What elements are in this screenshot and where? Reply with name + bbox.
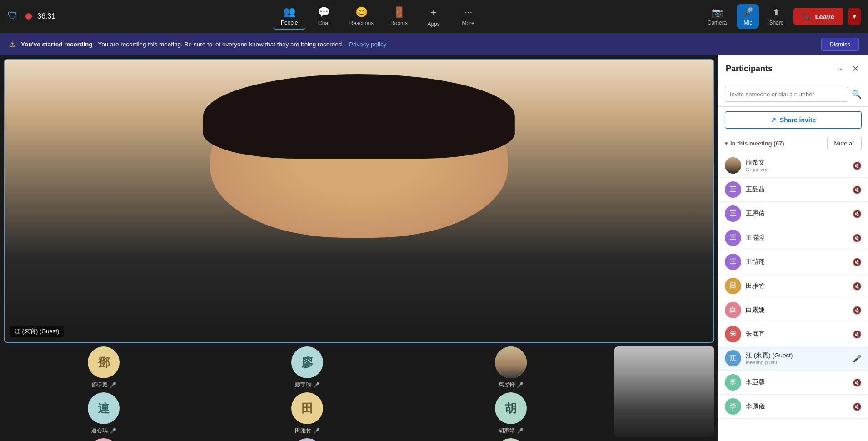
avatar-circle-5: 胡 [495, 392, 527, 424]
participant-list: 龍希文 Organizer 🔇 王 王品茜 🔇 王 王恩佑 🔇 [718, 154, 868, 441]
toolbar-chat-btn[interactable]: 💬 Chat [308, 4, 340, 29]
participant-mic-icon: 🔇 [853, 378, 862, 387]
share-label: Share [769, 20, 783, 26]
camera-btn[interactable]: 📷 Camera [702, 4, 733, 29]
participant-info: 王渵陞 [746, 234, 848, 242]
participant-item[interactable]: 王 王渵陞 🔇 [718, 226, 868, 250]
participant-mic-icon: 🔇 [853, 234, 862, 242]
speaker-silhouette [5, 60, 713, 342]
participant-mic-icon: 🎤 [853, 354, 862, 363]
main-speaker-view: 江 (來賓) (Guest) [4, 59, 714, 343]
mic-indicator-2: 🎤 [517, 382, 524, 388]
meeting-count-row: ▾ In this meeting (67) Mute all [718, 133, 868, 154]
participant-item[interactable]: 王 王愷翔 🔇 [718, 250, 868, 274]
phone-icon: 📞 [803, 12, 811, 20]
avatar-name-0: 鄧伊庭 🎤 [91, 381, 116, 389]
toolbar-more-label: More [462, 20, 474, 26]
participant-info: 江 (來賓) (Guest) Meeting guest [746, 351, 848, 365]
avatar: 李 [725, 374, 741, 391]
participant-mic-icon: 🔇 [853, 306, 862, 315]
more-icon: ··· [464, 6, 472, 18]
avatar-tile-2: 萬旻軒 🎤 [411, 346, 611, 389]
toolbar-people-btn[interactable]: 👥 People [273, 3, 306, 30]
share-invite-button[interactable]: ↗ Share invite [725, 111, 862, 129]
avatar-circle-7: 李 [291, 438, 323, 441]
participant-item[interactable]: 龍希文 Organizer 🔇 [718, 154, 868, 178]
avatar-tile-4: 田 田雅竹 🎤 [207, 392, 407, 435]
participant-item[interactable]: 田 田雅竹 🔇 [718, 274, 868, 298]
avatar-tile-0: 鄧 鄧伊庭 🎤 [4, 346, 204, 389]
panel-title: Participants [726, 64, 773, 74]
avatar: 田 [725, 278, 741, 294]
participant-item[interactable]: 江 江 (來賓) (Guest) Meeting guest 🎤 [718, 346, 868, 371]
participant-item[interactable]: 朱 朱庭宜 🔇 [718, 322, 868, 346]
mic-btn[interactable]: 🎤 Mic [737, 4, 759, 29]
video-area: 江 (來賓) (Guest) 鄧 鄧伊庭 🎤 廖 廖宇瑜 � [0, 55, 718, 441]
camera-icon: 📷 [712, 7, 723, 18]
avatar-tiles-grid: 鄧 鄧伊庭 🎤 廖 廖宇瑜 🎤 [4, 346, 611, 437]
avatar: 白 [725, 302, 741, 318]
reactions-icon: 😊 [355, 6, 368, 18]
avatar: 王 [725, 205, 741, 222]
toolbar-rooms-btn[interactable]: 🚪 Rooms [383, 4, 415, 29]
toolbar-apps-btn[interactable]: ＋ Apps [417, 3, 450, 30]
avatar-circle-4: 田 [291, 392, 323, 424]
mic-indicator-3: 🎤 [110, 428, 116, 434]
share-invite-icon: ↗ [771, 116, 776, 124]
participant-name: 白露婕 [746, 306, 848, 314]
meeting-count-label: In this meeting (67) [730, 140, 784, 147]
search-icon-btn[interactable]: 🔍 [852, 90, 862, 100]
panel-more-btn[interactable]: ··· [835, 62, 846, 75]
rooms-icon: 🚪 [393, 6, 405, 18]
participant-name: 李佩儀 [746, 402, 848, 411]
participant-name: 王恩佑 [746, 210, 848, 218]
avatar: 江 [725, 350, 741, 366]
record-indicator [25, 13, 32, 20]
toolbar-reactions-btn[interactable]: 😊 Reactions [342, 4, 381, 29]
share-invite-label: Share invite [780, 116, 816, 124]
participant-info: 李亞馨 [746, 378, 848, 386]
speaker-name-label: 江 (來賓) (Guest) [10, 326, 64, 337]
avatar-tile-6: 陳 陳昀萱 🎤 [4, 438, 204, 441]
invite-search-input[interactable] [725, 87, 848, 102]
mic-indicator-4: 🎤 [313, 428, 320, 434]
panel-actions: ··· ✕ [835, 62, 861, 75]
main-speaker-video [5, 60, 713, 342]
participant-name: 龍希文 [746, 159, 848, 167]
mic-icon: 🎤 [742, 7, 753, 18]
privacy-policy-link[interactable]: Privacy policy [349, 41, 387, 48]
share-btn[interactable]: ⬆ Share [763, 4, 789, 29]
mute-all-button[interactable]: Mute all [827, 137, 862, 150]
participants-panel: Participants ··· ✕ 🔍 ↗ Share invite ▾ In… [718, 55, 868, 441]
participant-info: 田雅竹 [746, 282, 848, 290]
avatar: 王 [725, 230, 741, 246]
participant-item[interactable]: 白 白露婕 🔇 [718, 298, 868, 322]
avatar-tile-8: 戴 戴立璋 🎤 [411, 438, 611, 441]
chat-icon: 💬 [318, 6, 330, 18]
avatar-circle-1: 廖 [291, 346, 323, 378]
toolbar-apps-label: Apps [427, 21, 439, 27]
dismiss-button[interactable]: Dismiss [821, 38, 859, 51]
participant-item[interactable]: 李 李佩儀 🔇 [718, 395, 868, 419]
panel-close-btn[interactable]: ✕ [850, 62, 861, 75]
participant-item[interactable]: 李 李亞馨 🔇 [718, 371, 868, 395]
avatar-tile-3: 連 連心瑀 🎤 [4, 392, 204, 435]
avatar-name-2: 萬旻軒 🎤 [499, 381, 524, 389]
avatar-circle-6: 陳 [88, 438, 120, 441]
toolbar-reactions-label: Reactions [349, 20, 374, 26]
leave-button[interactable]: 📞 Leave [793, 8, 843, 25]
participant-role: Meeting guest [746, 360, 848, 365]
participant-grid: 鄧 鄧伊庭 🎤 廖 廖宇瑜 🎤 [4, 346, 714, 437]
secondary-video [614, 346, 714, 437]
participant-item[interactable]: 王 王品茜 🔇 [718, 178, 868, 202]
avatar [725, 157, 741, 174]
participant-info: 王愷翔 [746, 258, 848, 266]
toolbar-chat-label: Chat [318, 20, 329, 26]
participant-item[interactable]: 王 王恩佑 🔇 [718, 202, 868, 226]
participant-name: 王品茜 [746, 185, 848, 194]
avatar-tile-1: 廖 廖宇瑜 🎤 [207, 346, 407, 389]
leave-caret-button[interactable]: ▾ [848, 8, 861, 25]
meeting-timer: 36:31 [37, 12, 55, 20]
toolbar-more-btn[interactable]: ··· More [452, 4, 484, 29]
panel-header: Participants ··· ✕ [718, 55, 868, 82]
